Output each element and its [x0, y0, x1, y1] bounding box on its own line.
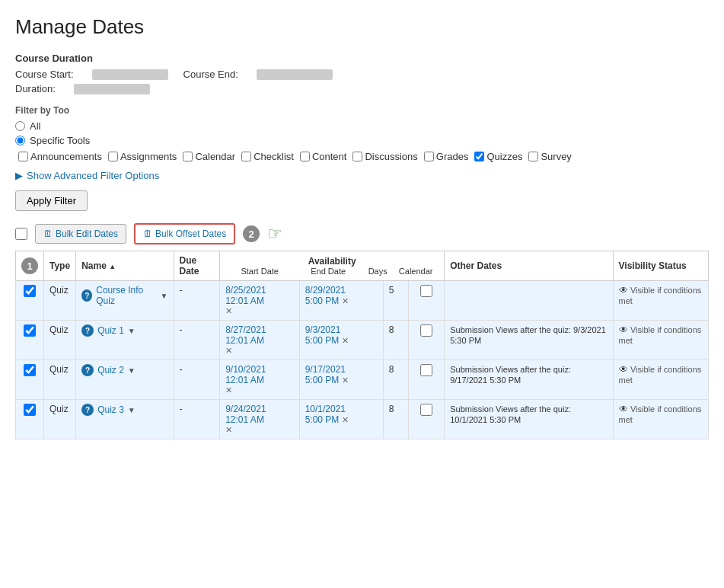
bulk-offset-button[interactable]: 🗓 Bulk Offset Dates	[134, 223, 235, 244]
row-name-link-3[interactable]: Quiz 3	[97, 404, 124, 415]
tool-quizzes: Quizzes	[474, 151, 522, 162]
row-due-3: -	[174, 400, 220, 439]
col-days: Days	[362, 267, 393, 276]
select-all-checkbox[interactable]	[15, 228, 27, 240]
checkbox-quizzes[interactable]	[474, 152, 484, 161]
label-checklist: Checklist	[254, 151, 294, 162]
cursor-pointer-icon: ☞	[267, 224, 282, 244]
label-announcements: Announcements	[30, 151, 102, 162]
row-start-1: 8/27/2021 12:01 AM ✕	[220, 321, 299, 360]
course-duration-section: Course Duration Course Start: Course End…	[15, 53, 709, 94]
tool-checklist: Checklist	[241, 151, 294, 162]
remove-start-1[interactable]: ✕	[225, 346, 293, 356]
apply-filter-button[interactable]: Apply Filter	[15, 190, 88, 211]
tool-discussions: Discussions	[352, 151, 417, 162]
bulk-edit-button[interactable]: 🗓 Bulk Edit Dates	[35, 224, 126, 244]
radio-all[interactable]	[15, 121, 25, 131]
course-end-value	[257, 69, 333, 80]
bulk-offset-label: Bulk Offset Dates	[155, 228, 226, 239]
advanced-filter-label: Show Advanced Filter Options	[27, 170, 159, 181]
remove-start-2[interactable]: ✕	[225, 385, 293, 395]
row-other-0	[445, 281, 613, 321]
radio-all-label: All	[30, 120, 40, 132]
row-days-0: 5	[383, 281, 408, 321]
row-checkbox-3[interactable]	[24, 404, 36, 416]
col-name: Name ▲	[76, 251, 174, 281]
row-days-2: 8	[383, 360, 408, 400]
chevron-right-icon: ▶	[15, 170, 23, 181]
label-grades: Grades	[436, 151, 469, 162]
sort-asc-icon[interactable]: ▲	[109, 263, 116, 270]
dropdown-arrow-1[interactable]: ▼	[128, 327, 136, 335]
advanced-filter-toggle[interactable]: ▶ Show Advanced Filter Options	[15, 170, 709, 181]
row-due-2: -	[174, 360, 220, 400]
calendar-checkbox-3[interactable]	[420, 404, 432, 416]
dropdown-arrow-2[interactable]: ▼	[128, 366, 136, 375]
remove-end-1[interactable]: ✕	[342, 336, 349, 345]
table-row: Quiz ? Quiz 2 ▼ - 9/10/2021 12:01 AM ✕ 9…	[16, 360, 709, 400]
col-due: Due Date	[174, 251, 220, 281]
checkbox-checklist[interactable]	[241, 152, 251, 161]
radio-specific[interactable]	[15, 136, 25, 145]
remove-end-0[interactable]: ✕	[342, 296, 349, 305]
col-availability: Availability Start Date End Date Days Ca…	[220, 251, 445, 281]
checkbox-discussions[interactable]	[352, 152, 362, 161]
table-row: Quiz ? Course Info Quiz ▼ - 8/25/2021 12…	[16, 281, 709, 321]
row-name-3: ? Quiz 3 ▼	[76, 400, 174, 439]
checkbox-calendar[interactable]	[183, 152, 193, 161]
course-duration-value	[74, 84, 150, 94]
help-icon-3: ?	[81, 404, 94, 416]
label-calendar: Calendar	[195, 151, 235, 162]
row-calendar-2	[408, 360, 444, 400]
row-checkbox-1[interactable]	[24, 324, 36, 337]
dropdown-arrow-3[interactable]: ▼	[128, 406, 136, 414]
course-start-value	[92, 69, 168, 80]
remove-end-3[interactable]: ✕	[342, 415, 349, 424]
bulk-edit-label: Bulk Edit Dates	[56, 228, 118, 239]
checkbox-announcements[interactable]	[18, 152, 28, 161]
row-calendar-1	[408, 321, 444, 360]
row-start-3: 9/24/2021 12:01 AM ✕	[220, 400, 299, 439]
label-survey: Survey	[541, 151, 571, 162]
dropdown-arrow-0[interactable]: ▼	[161, 292, 168, 300]
course-start-label: Course Start:	[15, 69, 74, 80]
row-other-3: Submission Views after the quiz: 10/1/20…	[445, 400, 613, 439]
checkbox-assignments[interactable]	[108, 152, 118, 161]
remove-end-2[interactable]: ✕	[342, 375, 349, 385]
row-due-1: -	[174, 321, 220, 360]
row-name-link-1[interactable]: Quiz 1	[97, 325, 124, 336]
tool-content: Content	[300, 151, 347, 162]
checkbox-survey[interactable]	[528, 152, 538, 161]
label-discussions: Discussions	[365, 151, 417, 162]
tool-grades: Grades	[424, 151, 469, 162]
row-type-0: Quiz	[44, 281, 76, 321]
table-row: Quiz ? Quiz 3 ▼ - 9/24/2021 12:01 AM ✕ 1…	[16, 400, 709, 439]
remove-start-0[interactable]: ✕	[225, 306, 293, 316]
row-visibility-0: 👁 Visible if conditions met	[613, 281, 708, 321]
row-name-link-0[interactable]: Course Info Quiz	[96, 285, 156, 306]
help-icon-2: ?	[81, 364, 94, 376]
row-type-3: Quiz	[44, 400, 76, 439]
col-end-date: End Date	[294, 267, 362, 276]
row-other-2: Submission Views after the quiz: 9/17/20…	[445, 360, 613, 400]
checkbox-grades[interactable]	[424, 152, 434, 161]
row-name-2: ? Quiz 2 ▼	[76, 360, 174, 400]
col-calendar: Calendar	[393, 267, 439, 276]
help-icon-1: ?	[81, 324, 94, 337]
calendar-checkbox-2[interactable]	[420, 364, 432, 376]
label-assignments: Assignments	[120, 151, 177, 162]
row-name-link-2[interactable]: Quiz 2	[97, 365, 124, 375]
toolbar: 🗓 Bulk Edit Dates 🗓 Bulk Offset Dates 2 …	[15, 223, 709, 244]
filter-section: Filter by Too All Specific Tools Announc…	[15, 105, 709, 162]
checkbox-content[interactable]	[300, 152, 310, 161]
tool-assignments: Assignments	[108, 151, 177, 162]
row-checkbox-0[interactable]	[24, 285, 36, 297]
calendar-edit-icon: 🗓	[43, 228, 53, 239]
calendar-checkbox-1[interactable]	[420, 324, 432, 337]
course-duration-label2: Duration:	[15, 83, 56, 94]
calendar-checkbox-0[interactable]	[420, 285, 432, 297]
row-name-1: ? Quiz 1 ▼	[76, 321, 174, 360]
row-end-1: 9/3/2021 5:00 PM ✕	[299, 321, 383, 360]
row-checkbox-2[interactable]	[24, 364, 36, 376]
remove-start-3[interactable]: ✕	[225, 425, 293, 435]
